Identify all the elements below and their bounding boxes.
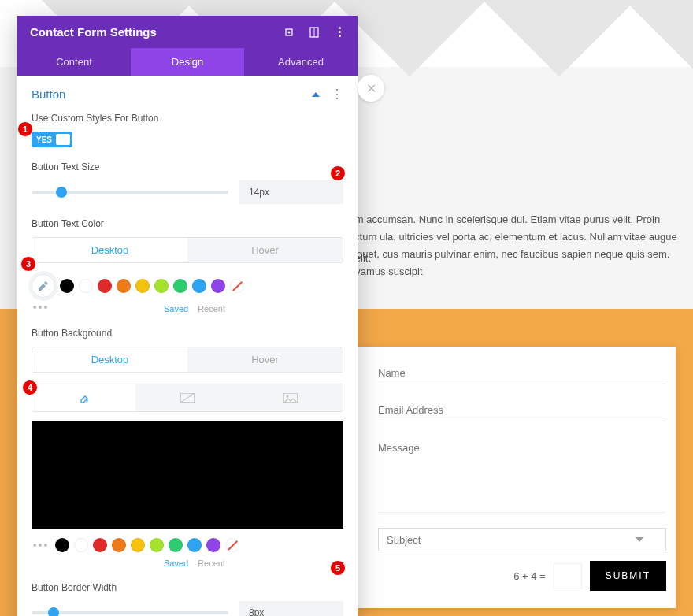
swatch[interactable] (93, 538, 107, 552)
text-size-value[interactable]: 14px (239, 180, 343, 204)
panel-close-badge[interactable]: ✕ (358, 75, 384, 102)
subject-select[interactable]: Subject (378, 528, 666, 551)
swatch-transparent[interactable] (230, 279, 244, 293)
swatch-transparent[interactable] (225, 538, 239, 552)
bg-type-gradient[interactable] (135, 384, 239, 411)
bg-type-color[interactable] (32, 384, 135, 411)
recent-tab[interactable]: Recent (198, 558, 225, 568)
swatch[interactable] (154, 279, 169, 293)
text-color-swatches (32, 274, 343, 298)
text-color-label: Button Text Color (32, 218, 343, 229)
svg-point-7 (287, 395, 289, 398)
recent-tab[interactable]: Recent (198, 304, 225, 314)
custom-styles-label: Use Custom Styles For Button (32, 113, 343, 124)
swatch[interactable] (117, 279, 131, 293)
settings-panel: Contact Form Settings Content Design Adv… (17, 16, 358, 616)
message-field[interactable] (378, 437, 666, 513)
section-more-icon[interactable]: ⋮ (331, 87, 343, 102)
desktop-hover-tabs: Desktop Hover (32, 237, 343, 263)
subject-label: Subject (387, 534, 421, 546)
chevron-up-icon[interactable] (312, 92, 320, 97)
swatch[interactable] (74, 538, 88, 552)
swatch[interactable] (60, 279, 74, 293)
swatch[interactable] (131, 538, 145, 552)
panel-title: Contact Form Settings (30, 25, 157, 39)
panel-body: Button ⋮ Use Custom Styles For Button YE… (17, 76, 358, 616)
custom-styles-toggle[interactable]: YES (32, 132, 72, 147)
bg-desktop-hover-tabs: Desktop Hover (32, 347, 343, 373)
tab-design[interactable]: Design (131, 48, 244, 76)
tab-advanced[interactable]: Advanced (244, 48, 358, 76)
caret-down-icon (636, 537, 643, 542)
swatch[interactable] (192, 279, 206, 293)
bg-type-tabs (32, 384, 343, 412)
captcha-input[interactable] (554, 563, 582, 588)
toggle-value: YES (33, 135, 52, 144)
annotation-3: 3 (20, 256, 36, 272)
more-swatches-icon[interactable]: ••• (32, 301, 50, 314)
name-field[interactable] (378, 362, 666, 384)
bg-color-preview[interactable] (32, 421, 343, 529)
annotation-4: 4 (22, 380, 38, 395)
lorem-text: tum accumsan. Nunc in scelerisque dui. E… (346, 211, 677, 280)
toggle-knob[interactable] (56, 134, 70, 145)
swatch[interactable] (206, 538, 220, 552)
tab-hover[interactable]: Hover (187, 238, 343, 262)
saved-tab[interactable]: Saved (164, 558, 188, 568)
more-swatches-icon[interactable]: ••• (32, 539, 50, 551)
swatch[interactable] (112, 538, 126, 552)
bg-type-image[interactable] (239, 384, 343, 411)
slider-thumb[interactable] (48, 607, 59, 616)
bg-tab-desktop[interactable]: Desktop (32, 347, 187, 372)
svg-point-4 (86, 399, 87, 401)
slider-thumb[interactable] (56, 187, 67, 198)
border-width-label: Button Border Width (32, 582, 343, 593)
swatch[interactable] (173, 279, 187, 293)
text-size-label: Button Text Size (32, 161, 343, 173)
responsive-icon[interactable] (309, 27, 320, 38)
email-field[interactable] (378, 399, 666, 421)
bg-label: Button Background (32, 328, 343, 339)
svg-point-1 (288, 31, 291, 33)
swatch[interactable] (150, 538, 164, 552)
swatch[interactable] (98, 279, 112, 293)
bg-swatches: ••• (32, 538, 343, 552)
annotation-5: 5 (330, 560, 346, 576)
border-width-value[interactable]: 8px (239, 601, 343, 616)
more-icon[interactable] (334, 27, 345, 38)
swatch[interactable] (169, 538, 183, 552)
swatch[interactable] (135, 279, 150, 293)
text-size-slider[interactable] (32, 191, 228, 194)
bg-tab-hover[interactable]: Hover (187, 347, 343, 372)
panel-tabs: Content Design Advanced (17, 48, 358, 76)
swatch[interactable] (55, 538, 69, 552)
submit-button[interactable]: SUBMIT (590, 561, 666, 591)
swatch[interactable] (187, 538, 202, 552)
captcha-label: 6 + 4 = (513, 570, 545, 582)
section-title: Button (32, 87, 65, 101)
annotation-1: 1 (17, 121, 33, 137)
expand-icon[interactable] (284, 27, 295, 38)
swatch[interactable] (211, 279, 225, 293)
saved-tab[interactable]: Saved (164, 304, 188, 314)
eyedropper-button[interactable] (32, 274, 55, 298)
panel-header[interactable]: Contact Form Settings (17, 16, 358, 48)
tab-content[interactable]: Content (17, 48, 131, 76)
tab-desktop[interactable]: Desktop (32, 238, 187, 262)
swatch[interactable] (79, 279, 93, 293)
border-width-slider[interactable] (32, 611, 228, 614)
annotation-2: 2 (330, 165, 346, 181)
